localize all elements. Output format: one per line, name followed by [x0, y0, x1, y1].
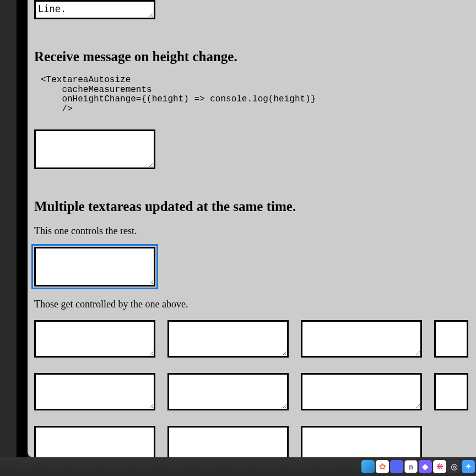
- notes-icon[interactable]: n: [404, 460, 418, 473]
- controller-textarea[interactable]: [34, 247, 155, 286]
- app-blue-icon[interactable]: ✦: [462, 460, 475, 473]
- controlled-textarea-6[interactable]: [167, 373, 289, 410]
- controlled-textarea-7[interactable]: [301, 373, 422, 410]
- controlled-textarea-5[interactable]: [34, 373, 155, 410]
- controlled-textarea-2[interactable]: [167, 320, 289, 358]
- controlled-textarea-10[interactable]: [167, 426, 289, 457]
- chatgpt-icon[interactable]: ◎: [447, 460, 461, 473]
- controlled-textarea-8[interactable]: [434, 373, 468, 410]
- finder-icon[interactable]: [361, 460, 375, 473]
- desc-controls: This one controls the rest.: [34, 225, 469, 237]
- slack-icon[interactable]: ❋: [433, 460, 446, 473]
- controlled-textarea-11[interactable]: [301, 426, 422, 457]
- discord-icon[interactable]: [390, 460, 403, 473]
- desc-controlled: Those get controlled by the one above.: [34, 299, 469, 310]
- controlled-textarea-4[interactable]: [434, 320, 468, 358]
- window-shadow: [17, 0, 28, 457]
- controlled-textarea-3[interactable]: [301, 320, 422, 358]
- example-textarea-prev[interactable]: Line.: [34, 0, 155, 19]
- photos-icon[interactable]: ✿: [376, 460, 389, 473]
- app-purple-icon[interactable]: ◆: [419, 460, 432, 473]
- controlled-textarea-9[interactable]: [34, 426, 155, 457]
- document-window: Line. Receive message on height change. …: [28, 0, 476, 457]
- macos-dock: ✿ n ◆ ❋ ◎ ✦: [0, 457, 476, 476]
- section-heading-multi: Multiple textareas updated at the same t…: [34, 199, 469, 214]
- section-heading-onheight: Receive message on height change.: [34, 49, 469, 64]
- controlled-textarea-1[interactable]: [34, 320, 155, 358]
- example-textarea-onheight[interactable]: [34, 129, 155, 169]
- code-block-onheight: <TextareaAutosize cacheMeasurements onHe…: [41, 75, 469, 114]
- controlled-grid: [34, 320, 469, 457]
